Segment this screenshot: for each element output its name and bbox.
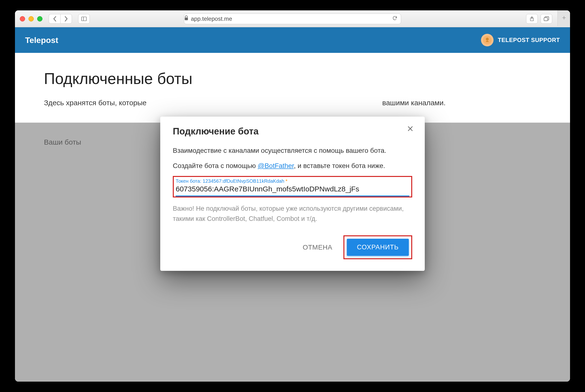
dialog-warning: Важно! Не подключай боты, которые уже ис…	[173, 204, 412, 224]
dialog-line1: Взаимодествие с каналами осуществляется …	[173, 145, 412, 156]
modal-overlay: Подключение бота Взаимодествие с каналам…	[15, 27, 570, 382]
connect-bot-dialog: Подключение бота Взаимодествие с каналам…	[160, 116, 425, 271]
dialog-line2: Создайте бота с помощью @BotFather, и вс…	[173, 160, 412, 171]
dialog-actions: ОТМЕНА СОХРАНИТЬ	[173, 235, 412, 259]
browser-window: app.telepost.me ＋ Telepost TELEPOST SUPP…	[15, 10, 570, 382]
token-input[interactable]	[176, 184, 409, 196]
dialog-title: Подключение бота	[173, 126, 412, 136]
save-button-highlight: СОХРАНИТЬ	[343, 235, 412, 259]
save-button[interactable]: СОХРАНИТЬ	[347, 239, 409, 256]
close-window-button[interactable]	[20, 16, 25, 22]
minimize-window-button[interactable]	[28, 16, 34, 22]
botfather-link[interactable]: @BotFather	[258, 162, 294, 170]
nav-buttons	[49, 14, 72, 24]
svg-rect-4	[544, 18, 548, 21]
forward-button[interactable]	[60, 14, 72, 24]
cancel-button[interactable]: ОТМЕНА	[297, 239, 338, 256]
traffic-lights	[20, 16, 42, 22]
share-button[interactable]	[526, 14, 538, 24]
address-bar[interactable]: app.telepost.me	[184, 14, 401, 24]
back-button[interactable]	[49, 14, 60, 24]
toolbar-right: ＋	[526, 14, 565, 24]
reload-button[interactable]	[392, 16, 401, 22]
new-tab-button[interactable]: ＋	[558, 10, 570, 26]
browser-titlebar: app.telepost.me ＋	[15, 10, 570, 27]
lock-icon	[184, 16, 188, 22]
page-root: Telepost TELEPOST SUPPORT Подключенные б…	[15, 27, 570, 382]
url-text: app.telepost.me	[191, 16, 232, 22]
close-dialog-button[interactable]	[405, 124, 415, 134]
token-field-label: Токен бота: 1234567:dfDuEtNvpSOB11kRdaKd…	[176, 178, 409, 184]
sidebar-toggle-button[interactable]	[78, 14, 90, 24]
maximize-window-button[interactable]	[37, 16, 42, 22]
svg-rect-0	[81, 17, 86, 21]
token-field-highlight: Токен бота: 1234567:dfDuEtNvpSOB11kRdaKd…	[173, 176, 412, 198]
svg-rect-2	[185, 18, 188, 20]
tabs-button[interactable]	[541, 14, 552, 24]
